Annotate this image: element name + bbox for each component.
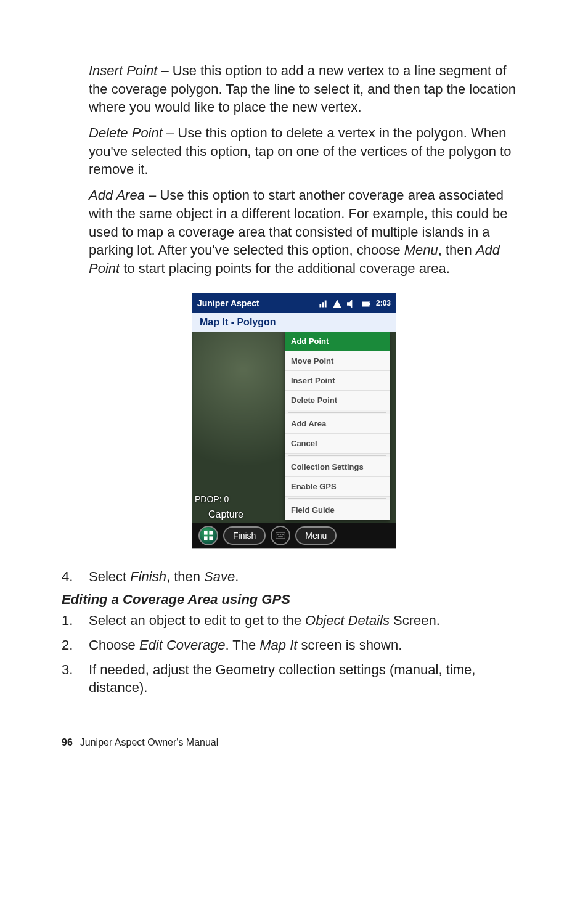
step-3-text: If needed, adjust the Geometry collectio… [89, 662, 475, 696]
step-1-post: Screen. [390, 613, 440, 628]
svg-rect-4 [209, 531, 213, 535]
step-4: 4. Select Finish, then Save. [62, 568, 526, 586]
text-add-area-3: to start placing points for the addition… [120, 261, 450, 276]
svg-rect-5 [204, 536, 208, 540]
page-number: 96 [62, 737, 73, 748]
para-insert-point: Insert Point – Use this option to add a … [89, 62, 526, 116]
step-1: 1. Select an object to edit to get to th… [62, 611, 526, 630]
step-2-pre: Choose [89, 637, 139, 653]
term-finish: Finish [130, 569, 166, 584]
svg-rect-1 [369, 303, 370, 305]
step-3-number: 3. [62, 661, 89, 697]
term-save: Save [204, 569, 235, 584]
svg-rect-2 [362, 302, 369, 306]
svg-rect-6 [209, 536, 213, 540]
bottom-toolbar: Finish Menu [192, 523, 396, 548]
menu-separator-3 [288, 498, 386, 499]
step-3-body: If needed, adjust the Geometry collectio… [89, 661, 526, 697]
step-4-list: 4. Select Finish, then Save. [62, 568, 526, 586]
menu-cancel[interactable]: Cancel [285, 434, 390, 454]
step-1-pre: Select an object to edit to get to the [89, 613, 305, 628]
menu-field-guide[interactable]: Field Guide [285, 500, 390, 520]
page-footer: 96Juniper Aspect Owner's Manual [62, 728, 526, 748]
keyboard-icon[interactable] [271, 526, 290, 545]
step-4-mid: , then [166, 569, 204, 584]
term-menu: Menu [404, 242, 438, 258]
window-title: Juniper Aspect [197, 298, 259, 308]
term-object-details: Object Details [305, 613, 390, 628]
status-icons: 2:03 [315, 298, 391, 308]
menu-enable-gps[interactable]: Enable GPS [285, 477, 390, 497]
footer-title: Juniper Aspect Owner's Manual [80, 737, 219, 748]
term-edit-coverage: Edit Coverage [139, 637, 225, 653]
svg-rect-8 [277, 534, 279, 534]
svg-rect-7 [276, 532, 285, 539]
step-2: 2. Choose Edit Coverage. The Map It scre… [62, 636, 526, 654]
svg-rect-3 [204, 531, 208, 535]
step-2-post: screen is shown. [297, 637, 402, 653]
menu-separator-1 [288, 412, 386, 413]
step-1-number: 1. [62, 611, 89, 630]
screenshot-container: Juniper Aspect 2:03 [62, 293, 526, 549]
menu-add-point[interactable]: Add Point [285, 332, 390, 351]
svg-rect-9 [280, 534, 282, 534]
connectivity-icon [319, 299, 329, 308]
para-delete-point: Delete Point – Use this option to delete… [89, 124, 526, 179]
clock: 2:03 [376, 299, 391, 308]
menu-collection-settings[interactable]: Collection Settings [285, 457, 390, 477]
map-it-header: Map It - Polygon [192, 313, 396, 332]
step-4-body: Select Finish, then Save. [89, 568, 526, 586]
editing-steps-list: 1. Select an object to edit to get to th… [62, 611, 526, 697]
step-3: 3. If needed, adjust the Geometry collec… [62, 661, 526, 697]
context-menu: Add Point Move Point Insert Point Delete… [285, 332, 390, 520]
svg-rect-11 [279, 536, 284, 537]
step-2-number: 2. [62, 636, 89, 654]
menu-move-point[interactable]: Move Point [285, 351, 390, 371]
step-1-body: Select an object to edit to get to the O… [89, 611, 526, 630]
capture-label[interactable]: Capture [208, 509, 243, 520]
menu-button[interactable]: Menu [295, 526, 337, 545]
map-canvas[interactable]: Add Point Move Point Insert Point Delete… [192, 332, 396, 523]
step-4-number: 4. [62, 568, 89, 586]
pdop-readout: PDOP: 0 [195, 494, 229, 504]
section-heading-editing-coverage: Editing a Coverage Area using GPS [62, 592, 526, 608]
menu-add-area[interactable]: Add Area [285, 414, 390, 434]
signal-icon [333, 299, 343, 308]
step-2-mid: . The [225, 637, 259, 653]
svg-rect-10 [282, 534, 284, 534]
para-add-area: Add Area – Use this option to start anot… [89, 186, 526, 277]
battery-icon [362, 299, 372, 308]
start-icon[interactable] [198, 526, 218, 545]
document-page: Insert Point – Use this option to add a … [0, 0, 588, 909]
term-add-area: Add Area [89, 187, 145, 203]
term-delete-point: Delete Point [89, 125, 163, 141]
menu-delete-point[interactable]: Delete Point [285, 391, 390, 410]
window-titlebar: Juniper Aspect 2:03 [192, 293, 396, 313]
text-add-area-2: , then [438, 242, 476, 258]
device-frame: Juniper Aspect 2:03 [192, 293, 396, 549]
term-insert-point: Insert Point [89, 63, 157, 78]
term-map-it: Map It [259, 637, 297, 653]
step-4-suffix: . [235, 569, 239, 584]
menu-separator-2 [288, 455, 386, 456]
volume-icon [347, 299, 357, 308]
finish-button[interactable]: Finish [223, 526, 266, 545]
step-2-body: Choose Edit Coverage. The Map It screen … [89, 636, 526, 654]
step-4-prefix: Select [89, 569, 130, 584]
menu-insert-point[interactable]: Insert Point [285, 371, 390, 391]
